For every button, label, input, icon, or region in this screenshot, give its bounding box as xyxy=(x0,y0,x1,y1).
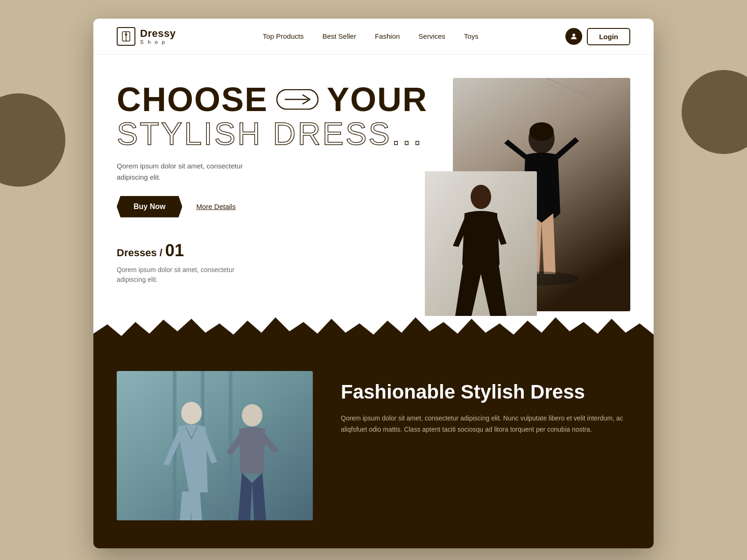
nav-link-services[interactable]: Services xyxy=(418,32,445,40)
hero-actions: Buy Now More Details xyxy=(117,196,439,217)
dark-section-image xyxy=(117,371,313,520)
nav-item-toys[interactable]: Toys xyxy=(464,32,479,41)
hero-heading: CHOOSE YOUR STYLISH DRESS... xyxy=(117,83,439,151)
dark-section-title: Fashionable Stylish Dress xyxy=(341,380,630,404)
nav-actions: Login xyxy=(565,28,630,45)
center-model-image xyxy=(425,171,537,316)
wave-divider xyxy=(93,315,654,352)
dresses-number: 01 xyxy=(165,241,184,260)
logo-icon xyxy=(117,27,135,46)
svg-point-13 xyxy=(529,122,554,141)
hero-section: CHOOSE YOUR STYLISH DRESS... Qorem ipsum… xyxy=(93,55,654,316)
logo[interactable]: Dressy S h o p xyxy=(117,27,176,46)
nav-link-top-products[interactable]: Top Products xyxy=(263,32,304,40)
page-wrapper: Dressy S h o p Top Products Best Seller … xyxy=(93,19,654,548)
logo-text: Dressy S h o p xyxy=(140,28,176,45)
buy-now-button[interactable]: Buy Now xyxy=(117,196,182,217)
nav-item-services[interactable]: Services xyxy=(418,32,445,41)
user-icon-button[interactable] xyxy=(565,28,582,45)
svg-rect-16 xyxy=(117,371,313,520)
svg-point-3 xyxy=(572,34,575,36)
more-details-link[interactable]: More Details xyxy=(196,203,235,210)
dresses-text: Dresses / xyxy=(117,247,162,259)
navbar: Dressy S h o p Top Products Best Seller … xyxy=(93,19,654,55)
choose-text: CHOOSE xyxy=(117,83,268,116)
nav-item-best-seller[interactable]: Best Seller xyxy=(322,32,356,41)
choose-row: CHOOSE YOUR xyxy=(117,83,439,116)
dresses-description: Qorem ipsum dolor sit amet, consectetur … xyxy=(117,265,238,285)
nav-item-top-products[interactable]: Top Products xyxy=(263,32,304,41)
svg-point-20 xyxy=(181,402,202,424)
dresses-label: Dresses / 01 xyxy=(117,241,439,260)
nav-link-fashion[interactable]: Fashion xyxy=(375,32,400,40)
hero-images xyxy=(453,78,630,316)
nav-links: Top Products Best Seller Fashion Service… xyxy=(263,32,479,41)
bg-blob-left xyxy=(0,93,65,187)
nav-item-fashion[interactable]: Fashion xyxy=(375,32,400,41)
brand-name: Dressy xyxy=(140,28,176,39)
nav-link-toys[interactable]: Toys xyxy=(464,32,479,40)
hero-left: CHOOSE YOUR STYLISH DRESS... Qorem ipsum… xyxy=(117,78,439,316)
your-text: YOUR xyxy=(327,83,428,116)
arrow-icon xyxy=(276,89,318,110)
svg-point-8 xyxy=(471,185,491,209)
brand-sub: S h o p xyxy=(140,39,176,45)
bg-blob-right xyxy=(682,70,747,154)
svg-point-21 xyxy=(242,404,262,427)
login-button[interactable]: Login xyxy=(587,28,630,45)
stylish-text: STYLISH DRESS... xyxy=(117,116,439,151)
dark-section-description: Qorem ipsum dolor sit amet, consectetur … xyxy=(341,413,630,435)
dark-section: Fashionable Stylish Dress Qorem ipsum do… xyxy=(93,352,654,548)
dark-content: Fashionable Stylish Dress Qorem ipsum do… xyxy=(341,371,630,435)
model-silhouette xyxy=(425,171,537,316)
nav-link-best-seller[interactable]: Best Seller xyxy=(322,32,356,40)
hero-description: Qorem ipsum dolor sit amet, consectetur … xyxy=(117,161,275,183)
